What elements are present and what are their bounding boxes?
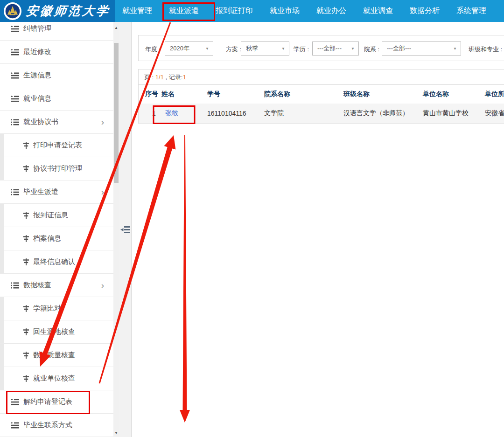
- nav-item-employment-office[interactable]: 就业办公: [316, 6, 346, 16]
- sidebar-menu: 纠错管理 最近修改 生源信息 就业信息 就业协议书 › 打印申请登记表: [0, 22, 113, 437]
- signpost-icon: [23, 352, 29, 359]
- nav-item-employment-management[interactable]: 就业管理: [122, 6, 152, 16]
- sidebar-item-label: 数据质量核查: [33, 351, 75, 360]
- sidebar-item-graduate-dispatch[interactable]: 毕业生派遣 ›: [0, 180, 113, 204]
- department-label: 院系 :: [364, 45, 379, 54]
- chevron-right-icon: ›: [101, 117, 104, 126]
- record-label: , 记录:: [164, 74, 182, 81]
- signpost-icon: [23, 142, 29, 149]
- list-bullets-icon: [11, 119, 19, 125]
- sidebar-item-final-info-confirmation[interactable]: 最终信息确认: [0, 250, 113, 274]
- sidebar-item-label: 纠错管理: [23, 24, 51, 33]
- sidebar-item-student-source-info[interactable]: 生源信息: [0, 64, 113, 87]
- chevron-down-icon: ▼: [351, 47, 355, 51]
- list-arrow-icon: [11, 422, 19, 429]
- signpost-icon: [23, 212, 29, 219]
- nav-item-report-card-print[interactable]: 报到证打印: [216, 6, 253, 16]
- scrollbar-thumb[interactable]: [114, 43, 119, 183]
- list-arrow-icon: [11, 96, 19, 102]
- sidebar-item-student-status-compare[interactable]: 学籍比对: [0, 297, 113, 320]
- col-header-employer-location: 单位所在地: [485, 90, 504, 98]
- sidebar-item-print-application-form[interactable]: 打印申请登记表: [0, 134, 113, 157]
- sidebar-item-label: 毕业生派遣: [23, 187, 58, 196]
- student-name-link[interactable]: 张敏: [165, 109, 178, 117]
- list-arrow-icon: [11, 49, 19, 55]
- sidebar-item-employment-info[interactable]: 就业信息: [0, 87, 113, 111]
- plan-select[interactable]: 秋季 ▼: [241, 42, 289, 55]
- sidebar-item-label: 就业单位核查: [33, 374, 75, 383]
- nav-item-employment-survey[interactable]: 就业调查: [363, 6, 393, 16]
- row-employer-location: 安徽省: [485, 109, 504, 118]
- education-select-value: ---全部---: [317, 44, 342, 53]
- sidebar-item-label: 回生源地核查: [33, 327, 75, 336]
- table-row: 1 张敏 16110104116 文学院 汉语言文学（非师范） 黄山市黄山学校 …: [139, 104, 504, 124]
- sidebar-item-label: 学籍比对: [33, 304, 61, 313]
- col-header-class: 班级名称: [343, 90, 423, 98]
- sidebar-item-label: 生源信息: [23, 71, 51, 80]
- list-arrow-icon: [11, 72, 19, 79]
- app-window: 安徽师范大学 就业管理 就业派遣 报到证打印 就业市场 就业办公 就业调查 数据…: [0, 0, 504, 437]
- filter-panel: 年度 : 2020年 ▼ 方案 : 秋季 ▼ 学历 : ---全部--- ▼ 院…: [138, 35, 504, 61]
- sidebar-item-recent-changes[interactable]: 最近修改: [0, 41, 113, 64]
- sidebar-item-hometown-check[interactable]: 回生源地核查: [0, 320, 113, 344]
- nav-item-job-market[interactable]: 就业市场: [270, 6, 300, 16]
- department-select[interactable]: ---全部--- ▼: [382, 42, 461, 55]
- top-menu: 就业管理 就业派遣 报到证打印 就业市场 就业办公 就业调查 数据分析 系统管理: [115, 0, 504, 22]
- sidebar-item-employment-agreement[interactable]: 就业协议书 ›: [0, 111, 113, 134]
- sidebar-item-agreement-print-management[interactable]: 协议书打印管理: [0, 157, 113, 180]
- education-label: 学历 :: [294, 45, 309, 54]
- university-name: 安徽师范大学: [25, 3, 111, 19]
- scroll-down-icon[interactable]: ▼: [113, 431, 119, 435]
- list-bullets-icon: [11, 282, 19, 289]
- row-employer: 黄山市黄山学校: [423, 109, 485, 118]
- scroll-up-icon[interactable]: ▲: [113, 26, 119, 30]
- year-select[interactable]: 2020年 ▼: [165, 42, 213, 55]
- annotation-arrow-down: [180, 135, 190, 423]
- sidebar-item-archive-info[interactable]: 档案信息: [0, 227, 113, 250]
- sidebar-item-graduate-contact[interactable]: 毕业生联系方式: [0, 414, 113, 437]
- row-class: 汉语言文学（非师范）: [343, 109, 423, 118]
- col-header-student-id: 学号: [207, 90, 264, 98]
- row-department: 文学院: [264, 109, 343, 118]
- chevron-down-icon: ▼: [205, 47, 209, 51]
- results-panel: 页 : 1/1 , 记录:1 序号 姓名 学号 院系名称 班级名称 单位名称 单…: [138, 69, 504, 124]
- sidebar-item-report-card-info[interactable]: 报到证信息: [0, 204, 113, 227]
- collapse-sidebar-icon: [120, 226, 130, 233]
- education-select[interactable]: ---全部--- ▼: [312, 42, 359, 55]
- chevron-right-icon: ›: [101, 187, 104, 196]
- chevron-down-icon: ▼: [281, 47, 285, 51]
- brand-area: 安徽师范大学: [0, 0, 115, 22]
- sidebar-item-label: 协议书打印管理: [33, 164, 82, 173]
- nav-item-employment-dispatch[interactable]: 就业派遣: [169, 6, 199, 16]
- col-header-department: 院系名称: [264, 90, 343, 98]
- nav-item-data-analysis[interactable]: 数据分析: [410, 6, 440, 16]
- col-header-name: 姓名: [161, 90, 207, 98]
- sidebar-item-data-quality-check[interactable]: 数据质量核查: [0, 344, 113, 367]
- signpost-icon: [23, 258, 29, 265]
- sidebar: 纠错管理 最近修改 生源信息 就业信息 就业协议书 › 打印申请登记表: [0, 22, 113, 437]
- sidebar-item-label: 数据核查: [23, 281, 51, 290]
- sidebar-item-data-check[interactable]: 数据核查 ›: [0, 274, 113, 297]
- sidebar-item-label: 档案信息: [33, 234, 61, 243]
- plan-select-value: 秋季: [246, 44, 258, 53]
- sidebar-item-termination-application-form[interactable]: 解约申请登记表: [0, 390, 113, 414]
- sidebar-item-label: 最终信息确认: [33, 257, 75, 266]
- sidebar-item-error-correction[interactable]: 纠错管理: [0, 22, 113, 41]
- department-select-value: ---全部---: [387, 44, 411, 53]
- sidebar-item-employer-check[interactable]: 就业单位核查: [0, 367, 113, 390]
- sidebar-scrollbar[interactable]: ▲ ▼: [113, 22, 119, 437]
- signpost-icon: [23, 328, 29, 335]
- sidebar-item-label: 解约申请登记表: [23, 397, 72, 406]
- sidebar-item-label: 最近修改: [23, 48, 51, 56]
- chevron-right-icon: ›: [101, 280, 104, 289]
- row-student-id: 16110104116: [207, 110, 264, 117]
- record-count: 1: [182, 74, 186, 81]
- signpost-icon: [23, 305, 29, 312]
- list-bullets-icon: [11, 189, 19, 195]
- row-index: 1: [145, 110, 161, 117]
- sidebar-collapse-button[interactable]: [120, 226, 130, 235]
- university-logo: [4, 2, 21, 20]
- list-arrow-icon: [11, 26, 19, 32]
- nav-item-system-management[interactable]: 系统管理: [456, 6, 486, 16]
- year-label: 年度 :: [145, 45, 161, 54]
